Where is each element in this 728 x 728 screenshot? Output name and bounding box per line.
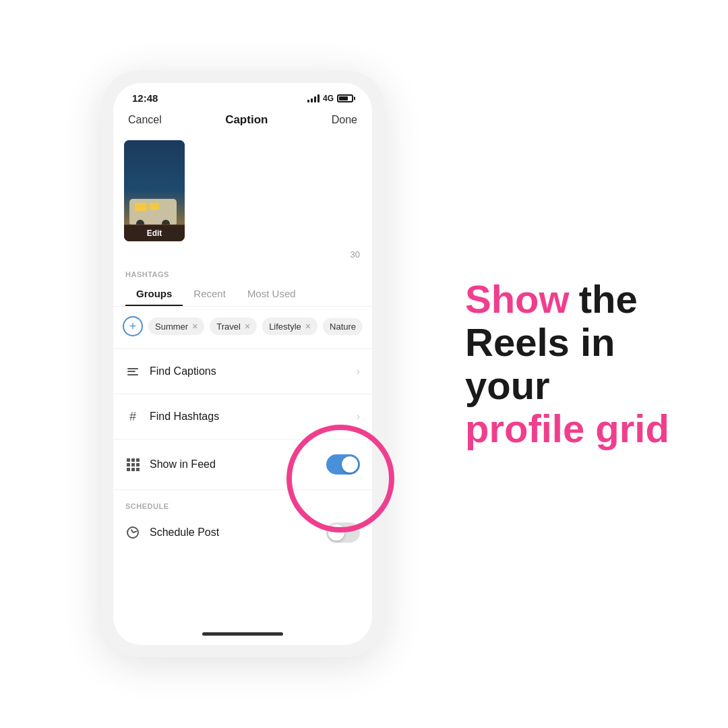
grid-cell-4	[127, 463, 130, 466]
show-in-feed-label: Show in Feed	[150, 458, 317, 471]
grid-cell-3	[136, 458, 140, 462]
clock-icon	[127, 526, 139, 539]
hashtags-section-label: HASHTAGS	[113, 265, 372, 282]
grid-cell-8	[131, 468, 135, 471]
headline-reels: Reels in your	[465, 320, 615, 407]
headline-text: Show the Reels in your profile grid	[425, 278, 681, 450]
tag-travel[interactable]: Travel ×	[210, 317, 257, 335]
edit-overlay[interactable]: Edit	[124, 225, 185, 241]
grid-cell-2	[131, 458, 135, 462]
tag-lifestyle-label: Lifestyle	[269, 322, 301, 332]
signal-bar-2	[311, 98, 313, 102]
headline-profile-grid: profile grid	[465, 406, 669, 450]
tag-nature[interactable]: Nature	[323, 318, 363, 335]
home-bar	[202, 632, 283, 636]
grid-cell-1	[127, 458, 130, 462]
find-hashtags-item[interactable]: # Find Hashtags ›	[113, 400, 372, 433]
nav-title: Caption	[225, 113, 268, 127]
captions-lines-icon	[127, 368, 138, 375]
divider-4	[113, 489, 372, 490]
hash-symbol-icon: #	[129, 411, 136, 423]
line-2	[127, 371, 135, 372]
show-in-feed-toggle[interactable]	[326, 454, 360, 475]
content-area: Edit 30 HASHTAGS Groups Recent Most Used…	[113, 135, 372, 626]
tab-most-used[interactable]: Most Used	[237, 282, 307, 306]
caption-area: Edit	[113, 135, 372, 247]
status-time: 12:48	[132, 92, 158, 104]
nav-bar: Cancel Caption Done	[113, 108, 372, 135]
remove-summer-icon[interactable]: ×	[192, 321, 198, 332]
grid-icon	[127, 458, 140, 471]
schedule-post-item[interactable]: Schedule Post	[113, 513, 372, 552]
headline-line-1: Show the	[465, 278, 681, 321]
remove-lifestyle-icon[interactable]: ×	[305, 321, 311, 332]
divider-3	[113, 439, 372, 439]
clock-minute-hand	[133, 530, 137, 533]
remove-travel-icon[interactable]: ×	[245, 321, 250, 332]
signal-bar-4	[317, 94, 320, 102]
battery-icon	[337, 94, 353, 102]
rv-window-2	[150, 203, 159, 210]
tag-chips-row: + Summer × Travel × Lifestyle ×	[113, 309, 372, 343]
network-label: 4G	[323, 94, 334, 103]
signal-bar-1	[307, 100, 309, 102]
grid-cell-7	[127, 468, 130, 471]
phone-mockup: 12:48 4G Cancel Caption	[101, 71, 384, 657]
signal-bar-3	[314, 96, 316, 102]
status-icons: 4G	[307, 94, 353, 103]
find-hashtags-arrow-icon: ›	[357, 411, 360, 423]
line-1	[127, 368, 138, 369]
toggle-knob	[342, 456, 358, 473]
headline-show: Show	[465, 278, 570, 321]
find-captions-item[interactable]: Find Captions ›	[113, 355, 372, 388]
schedule-toggle-knob	[328, 524, 344, 541]
status-bar: 12:48 4G	[113, 83, 372, 108]
tag-summer[interactable]: Summer ×	[148, 317, 204, 335]
tag-lifestyle[interactable]: Lifestyle ×	[262, 317, 317, 335]
schedule-section-label: SCHEDULE	[113, 495, 372, 513]
rv-window-1	[135, 203, 147, 211]
tag-summer-label: Summer	[155, 322, 188, 332]
cancel-button[interactable]: Cancel	[128, 114, 162, 126]
tab-recent[interactable]: Recent	[183, 282, 237, 306]
grid-icon-container	[125, 457, 140, 472]
divider-1	[113, 348, 372, 349]
tag-nature-label: Nature	[330, 322, 356, 332]
char-count: 30	[113, 247, 372, 265]
headline-line-2: Reels in your	[465, 321, 681, 407]
line-3	[127, 374, 138, 375]
find-hashtags-label: Find Hashtags	[150, 411, 347, 423]
show-in-feed-item: Show in Feed	[113, 445, 372, 484]
signal-bars-icon	[307, 94, 320, 102]
lines-icon	[125, 364, 140, 379]
tag-travel-label: Travel	[216, 322, 241, 332]
hashtag-tabs: Groups Recent Most Used	[113, 282, 372, 307]
grid-cell-9	[136, 468, 140, 471]
find-captions-arrow-icon: ›	[357, 365, 360, 377]
post-thumbnail[interactable]: Edit	[124, 140, 185, 241]
done-button[interactable]: Done	[332, 114, 357, 126]
add-tag-button[interactable]: +	[123, 316, 143, 336]
schedule-post-toggle[interactable]	[326, 522, 360, 543]
battery-fill	[339, 96, 348, 100]
plus-icon: +	[129, 320, 137, 332]
rv-body	[129, 199, 177, 224]
home-indicator	[113, 626, 372, 645]
divider-2	[113, 394, 372, 394]
clock-icon-container	[125, 525, 140, 540]
tab-groups[interactable]: Groups	[125, 282, 183, 306]
headline-the: the	[579, 278, 638, 321]
headline-line-3: profile grid	[465, 407, 681, 450]
schedule-post-label: Schedule Post	[150, 526, 317, 539]
grid-cell-6	[136, 463, 140, 466]
find-captions-label: Find Captions	[150, 365, 347, 377]
grid-cell-5	[131, 463, 135, 466]
page: 12:48 4G Cancel Caption	[0, 0, 728, 728]
hashtag-icon: #	[125, 409, 140, 424]
phone-screen: 12:48 4G Cancel Caption	[113, 83, 372, 645]
